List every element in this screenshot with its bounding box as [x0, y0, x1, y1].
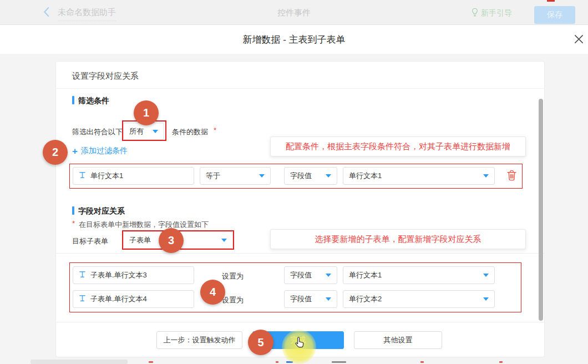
card-title: 设置字段对应关系: [72, 71, 139, 82]
step-badge-2: 2: [43, 140, 68, 165]
filter-section-heading: 筛选条件: [78, 96, 109, 106]
modal-title: 新增数据 - 主表到子表单: [0, 33, 588, 46]
value-type-value: 字段值: [290, 171, 312, 181]
modal-header: 新增数据 - 主表到子表单: [0, 25, 588, 54]
section-accent-bar: [72, 96, 74, 104]
mapping-tooltip: 选择要新增的子表单，配置新增字段对应关系: [270, 229, 526, 249]
top-bar: 未命名数据助手 控件事件 新手引导 保存: [0, 0, 588, 25]
mapping-value-type-select[interactable]: 字段值: [284, 266, 337, 284]
mapping-value-type: 字段值: [290, 294, 312, 304]
mapping-value: 单行文本1: [349, 270, 382, 280]
chevron-down-icon: [326, 274, 331, 277]
app-root: 未命名数据助手 控件事件 新手引导 保存 新增数据 - 主表到子表单 设置字段对…: [0, 0, 588, 364]
step-badge-1: 1: [134, 100, 159, 125]
chevron-down-icon: [326, 174, 331, 178]
mapping-field-label: 子表单.单行文本4: [90, 294, 147, 304]
guide-label: 新手引导: [481, 8, 512, 18]
hand-cursor-icon: [295, 336, 305, 351]
mapping-field-box[interactable]: 子表单.单行文本3: [73, 266, 194, 284]
set-to-label: 设置为: [222, 295, 244, 305]
step-badge-5: 5: [248, 330, 273, 355]
step-badge-4: 4: [200, 280, 225, 305]
chevron-down-icon: [483, 274, 489, 277]
operator-select[interactable]: 等于: [200, 167, 271, 185]
add-filter-condition-link[interactable]: + 添加过滤条件: [72, 146, 128, 156]
divider: [56, 253, 544, 254]
text-field-icon: [79, 295, 86, 304]
close-icon: [574, 38, 584, 46]
divider: [56, 322, 544, 322]
mapping-field-box[interactable]: 子表单.单行文本4: [73, 290, 194, 308]
text-field-icon: [79, 271, 86, 280]
condition-value-select[interactable]: 单行文本1: [343, 167, 495, 185]
plus-icon: +: [72, 146, 78, 156]
mapping-value-type: 字段值: [290, 270, 312, 280]
operator-value: 等于: [206, 171, 220, 181]
value-type-select[interactable]: 字段值: [284, 167, 337, 185]
beginner-guide-button[interactable]: 新手引导: [472, 8, 512, 19]
mapping-field-label: 子表单.单行文本3: [90, 270, 147, 280]
condition-field-label: 单行文本1: [90, 171, 123, 181]
text-field-icon: [79, 171, 86, 180]
required-mark: *: [214, 126, 216, 134]
filter-tooltip: 配置条件，根据主表字段条件符合，对其子表单进行数据新增: [270, 136, 526, 156]
page-fragment-dash: [420, 361, 424, 363]
chevron-down-icon: [259, 174, 265, 178]
chevron-down-icon: [153, 130, 158, 133]
other-settings-button[interactable]: 其他设置: [354, 331, 442, 349]
set-to-label: 设置为: [222, 271, 244, 281]
save-button[interactable]: 保存: [534, 6, 575, 24]
add-filter-label: 添加过滤条件: [81, 146, 128, 156]
page-fragment-dash: [332, 361, 346, 363]
section-accent-bar: [72, 206, 74, 215]
mapping-value-select[interactable]: 单行文本1: [343, 266, 495, 284]
mapping-subtitle: 在目标表单中新增数据，字段值设置如下: [79, 220, 209, 230]
divider: [56, 88, 544, 89]
settings-card: [55, 61, 545, 357]
target-subform-value: 子表单: [129, 235, 151, 245]
step-badge-3: 3: [159, 228, 184, 253]
chevron-down-icon: [483, 297, 489, 301]
close-button[interactable]: [574, 34, 584, 46]
condition-field-box[interactable]: 单行文本1: [73, 167, 194, 185]
page-fragment-block: [31, 360, 128, 364]
delete-condition-button[interactable]: [507, 170, 516, 183]
mapping-section-heading: 字段对应关系: [78, 206, 125, 216]
page-fragment-dash: [499, 361, 503, 363]
page-fragment-mark: [547, 0, 555, 2]
scrollbar-thumb[interactable]: [539, 99, 543, 321]
filter-sentence-prefix: 筛选出符合以下: [72, 127, 123, 137]
mapping-value: 单行文本2: [349, 294, 382, 304]
page-fragment-dash: [149, 361, 153, 363]
target-subform-label: 目标子表单: [72, 236, 108, 246]
filter-sentence-suffix: 条件的数据: [172, 127, 208, 137]
prev-step-button[interactable]: 上一步：设置触发动作: [156, 331, 242, 349]
match-mode-value: 所有: [129, 127, 144, 136]
required-mark: *: [72, 219, 75, 228]
chevron-down-icon: [326, 297, 331, 301]
page-fragment-dash: [276, 361, 278, 363]
chevron-down-icon: [221, 239, 227, 242]
mapping-value-select[interactable]: 单行文本2: [343, 290, 495, 308]
chevron-down-icon: [483, 174, 489, 178]
condition-value: 单行文本1: [349, 171, 382, 181]
lightbulb-icon: [472, 8, 478, 19]
mapping-value-type-select[interactable]: 字段值: [284, 290, 337, 308]
trash-icon: [507, 174, 516, 183]
